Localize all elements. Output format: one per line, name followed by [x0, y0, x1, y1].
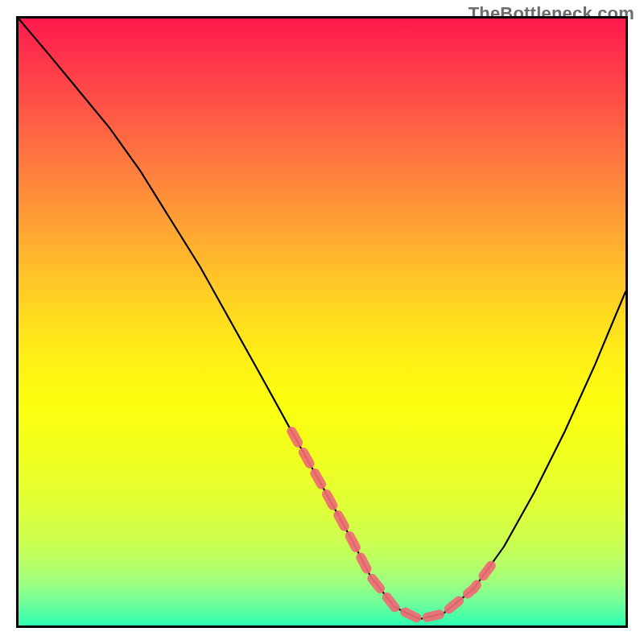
bottleneck-curve	[19, 19, 625, 619]
highlight-segment	[291, 431, 492, 619]
curve-layer	[19, 19, 625, 625]
chart-stage: TheBottleneck.com	[0, 0, 644, 644]
plot-frame	[16, 16, 628, 628]
